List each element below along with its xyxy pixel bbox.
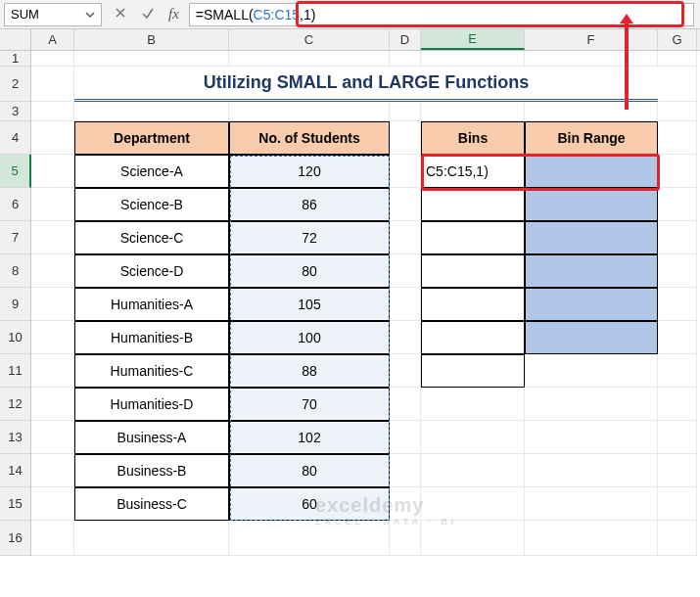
formula-eq: = — [196, 7, 204, 23]
row-header-16[interactable]: 16 — [0, 521, 30, 556]
insert-function-icon[interactable]: fx — [168, 6, 179, 23]
watermark: exceldemy EXCEL · DATA · BI — [315, 494, 457, 527]
cell-E8[interactable] — [421, 254, 525, 288]
name-box[interactable]: SUM — [4, 3, 102, 26]
formula-fn: SMALL( — [204, 7, 254, 23]
row-headers: 1 2 3 4 5 6 7 8 9 10 11 12 13 14 15 16 — [0, 51, 31, 556]
page-title: Utilizing SMALL and LARGE Functions — [74, 67, 658, 102]
cell-F8[interactable] — [525, 254, 658, 288]
row-header-4[interactable]: 4 — [0, 121, 30, 155]
table-row[interactable]: Science-C — [74, 221, 229, 254]
table-row[interactable]: 72 — [229, 221, 390, 254]
col-header-G[interactable]: G — [658, 29, 697, 50]
excel-window: SUM fx =SMALL(C5:C15,1) A B C D E F G 1 … — [0, 0, 700, 597]
cell-E11[interactable] — [421, 354, 525, 388]
table-row[interactable]: 86 — [229, 188, 390, 221]
table-row[interactable]: Humanities-D — [74, 388, 229, 421]
row-header-5[interactable]: 5 — [0, 155, 31, 188]
cell-F9[interactable] — [525, 288, 658, 321]
table-row[interactable]: Humanities-A — [74, 288, 229, 321]
table-row[interactable]: 88 — [229, 354, 390, 388]
cells-area[interactable]: Utilizing SMALL and LARGE Functions Depa… — [31, 51, 700, 556]
cancel-icon[interactable] — [114, 6, 127, 23]
table-row[interactable]: 80 — [229, 454, 390, 487]
table-row[interactable]: 120 — [229, 155, 390, 188]
cell-F5[interactable] — [525, 155, 658, 188]
table-row[interactable]: Science-B — [74, 188, 229, 221]
col-header-F[interactable]: F — [525, 29, 658, 50]
row-header-11[interactable]: 11 — [0, 354, 30, 388]
cell-E9[interactable] — [421, 288, 525, 321]
enter-icon[interactable] — [141, 6, 155, 23]
cell-E5-editing[interactable]: C5:C15,1) — [421, 155, 525, 188]
cell-E7[interactable] — [421, 221, 525, 254]
cell-F6[interactable] — [525, 188, 658, 221]
table-row[interactable]: Humanities-B — [74, 321, 229, 354]
table-row[interactable]: 100 — [229, 321, 390, 354]
header-department: Department — [74, 121, 229, 155]
watermark-sub: EXCEL · DATA · BI — [315, 517, 457, 527]
table-row[interactable]: 102 — [229, 421, 390, 454]
table-row[interactable]: Business-A — [74, 421, 229, 454]
table-row[interactable]: Business-B — [74, 454, 229, 487]
col-header-B[interactable]: B — [74, 29, 229, 50]
row-header-10[interactable]: 10 — [0, 321, 30, 354]
worksheet-grid[interactable]: 1 2 3 4 5 6 7 8 9 10 11 12 13 14 15 16 — [0, 51, 700, 556]
name-box-dropdown-icon[interactable] — [83, 8, 97, 22]
table-row[interactable]: 105 — [229, 288, 390, 321]
header-binrange: Bin Range — [525, 121, 658, 155]
row-header-14[interactable]: 14 — [0, 454, 30, 487]
table-row[interactable]: 80 — [229, 254, 390, 288]
col-header-A[interactable]: A — [31, 29, 74, 50]
annotation-arrow — [625, 22, 629, 110]
row-header-9[interactable]: 9 — [0, 288, 30, 321]
watermark-main: exceldemy — [315, 494, 424, 516]
cell-E6[interactable] — [421, 188, 525, 221]
select-all-corner[interactable] — [0, 29, 31, 50]
row-header-3[interactable]: 3 — [0, 102, 30, 121]
formula-bar-buttons: fx — [106, 6, 189, 23]
cell-E5-value: C5:C15,1) — [426, 163, 489, 179]
table-row[interactable]: Science-A — [74, 155, 229, 188]
table-row[interactable]: Humanities-C — [74, 354, 229, 388]
column-headers: A B C D E F G — [0, 29, 700, 51]
col-header-D[interactable]: D — [390, 29, 421, 50]
table-row[interactable]: Science-D — [74, 254, 229, 288]
row-header-15[interactable]: 15 — [0, 487, 30, 521]
name-box-value: SUM — [11, 7, 39, 22]
cell-E10[interactable] — [421, 321, 525, 354]
row-header-8[interactable]: 8 — [0, 254, 30, 288]
row-header-1[interactable]: 1 — [0, 51, 30, 67]
col-header-E[interactable]: E — [421, 29, 525, 50]
cell-F7[interactable] — [525, 221, 658, 254]
row-header-2[interactable]: 2 — [0, 67, 30, 102]
table-row[interactable]: Business-C — [74, 487, 229, 521]
col-header-C[interactable]: C — [229, 29, 390, 50]
formula-ref: C5:C15 — [254, 7, 300, 23]
header-students: No. of Students — [229, 121, 390, 155]
table-row[interactable]: 70 — [229, 388, 390, 421]
header-bins: Bins — [421, 121, 525, 155]
cell-F10[interactable] — [525, 321, 658, 354]
row-header-12[interactable]: 12 — [0, 388, 30, 421]
row-header-7[interactable]: 7 — [0, 221, 30, 254]
row-header-13[interactable]: 13 — [0, 421, 30, 454]
row-header-6[interactable]: 6 — [0, 188, 30, 221]
